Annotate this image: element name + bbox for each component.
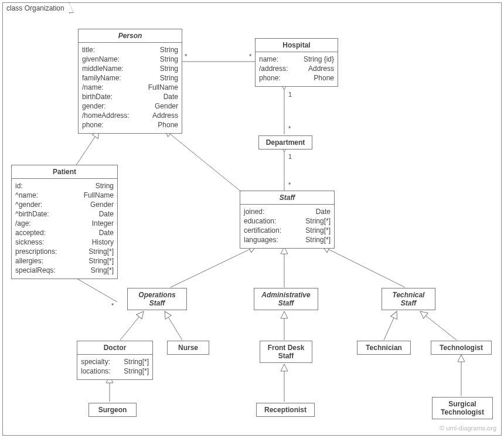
class-front-desk-staff: Front Desk Staff bbox=[260, 341, 312, 363]
attribute-row: prescriptions:String[*] bbox=[15, 247, 114, 256]
attribute-row: givenName:String bbox=[82, 55, 178, 64]
class-staff: Staff joined:Dateeducation:String[*]cert… bbox=[240, 191, 335, 249]
mult-person-hospital-right: * bbox=[249, 53, 251, 60]
attribute-row: accepted:Date bbox=[15, 228, 114, 237]
attribute-row: name:String {id} bbox=[259, 55, 334, 64]
class-operations-staff: Operations Staff bbox=[127, 288, 187, 310]
attribute-row: /age:Integer bbox=[15, 219, 114, 228]
mult-dept-staff-bot: * bbox=[288, 181, 291, 188]
frame-label: class Organization bbox=[2, 2, 70, 13]
attribute-row: phone:Phone bbox=[259, 73, 334, 83]
attribute-row: title:String bbox=[82, 45, 178, 55]
svg-line-4 bbox=[165, 130, 246, 195]
attribute-row: ^birthDate:Date bbox=[15, 209, 114, 219]
mult-dept-staff-top: 1 bbox=[288, 153, 292, 160]
class-doctor-attrs: specialty:String[*]locations:String[*] bbox=[77, 355, 152, 379]
diagram-frame: class Organization bbox=[2, 2, 502, 436]
mult-person-hospital-left: * bbox=[185, 53, 187, 60]
attribute-row: education:String[*] bbox=[244, 216, 331, 226]
class-technician: Technician bbox=[357, 341, 411, 355]
attribute-row: specialty:String[*] bbox=[81, 357, 149, 366]
svg-line-9 bbox=[165, 311, 182, 340]
class-surgical-technologist-name: Surgical Technologist bbox=[433, 398, 492, 419]
class-hospital-attrs: name:String {id}/address:Addressphone:Ph… bbox=[256, 52, 338, 86]
class-staff-attrs: joined:Dateeducation:String[*]certificat… bbox=[240, 205, 334, 248]
class-person-name: Person bbox=[79, 29, 182, 43]
attribute-row: /address:Address bbox=[259, 64, 334, 73]
attribute-row: certification:String[*] bbox=[244, 226, 331, 235]
svg-line-8 bbox=[120, 311, 144, 340]
class-patient-attrs: id:String^name:FullName^gender:Gender^bi… bbox=[12, 179, 117, 279]
attribute-row: middleName:String bbox=[82, 64, 178, 73]
class-administrative-staff: Administrative Staff bbox=[254, 288, 318, 310]
class-technologist-name: Technologist bbox=[431, 341, 491, 354]
class-doctor: Doctor specialty:String[*]locations:Stri… bbox=[77, 341, 153, 380]
svg-line-11 bbox=[384, 311, 397, 340]
class-receptionist: Receptionist bbox=[256, 403, 315, 417]
class-doctor-name: Doctor bbox=[77, 341, 152, 355]
class-department: Department bbox=[258, 135, 312, 150]
class-department-name: Department bbox=[259, 136, 312, 149]
svg-line-12 bbox=[420, 311, 457, 340]
attribute-row: familyName:String bbox=[82, 73, 178, 83]
attribute-row: phone:Phone bbox=[82, 120, 178, 130]
attribute-row: ^gender:Gender bbox=[15, 200, 114, 209]
attribute-row: locations:String[*] bbox=[81, 366, 149, 376]
class-operations-staff-name: Operations Staff bbox=[128, 288, 186, 310]
class-person: Person title:StringgivenName:Stringmiddl… bbox=[78, 29, 182, 134]
attribute-row: /homeAddress:Address bbox=[82, 111, 178, 120]
attribute-row: id:String bbox=[15, 181, 114, 191]
class-hospital: Hospital name:String {id}/address:Addres… bbox=[255, 38, 338, 87]
svg-line-7 bbox=[322, 246, 405, 287]
class-receptionist-name: Receptionist bbox=[257, 403, 314, 416]
class-surgical-technologist: Surgical Technologist bbox=[432, 397, 493, 419]
class-patient-name: Patient bbox=[12, 165, 117, 179]
class-administrative-staff-name: Administrative Staff bbox=[254, 288, 318, 310]
attribute-row: specialReqs:Sring[*] bbox=[15, 266, 114, 275]
attribute-row: languages:String[*] bbox=[244, 235, 331, 245]
mult-hosp-dept-bot: * bbox=[288, 125, 291, 132]
class-technologist: Technologist bbox=[431, 341, 492, 355]
attribute-row: joined:Date bbox=[244, 207, 331, 216]
attribute-row: birthDate:Date bbox=[82, 92, 178, 101]
class-technical-staff: Technical Staff bbox=[382, 288, 435, 310]
mult-patient-doc-right: * bbox=[111, 302, 114, 309]
class-surgeon-name: Surgeon bbox=[89, 403, 136, 416]
attribute-row: allergies:String[*] bbox=[15, 256, 114, 266]
class-surgeon: Surgeon bbox=[88, 403, 137, 417]
class-patient: Patient id:String^name:FullName^gender:G… bbox=[11, 165, 118, 279]
attribute-row: gender:Gender bbox=[82, 101, 178, 111]
class-technician-name: Technician bbox=[357, 341, 410, 354]
attribute-row: ^name:FullName bbox=[15, 191, 114, 200]
class-nurse-name: Nurse bbox=[168, 341, 209, 354]
class-hospital-name: Hospital bbox=[256, 39, 338, 52]
watermark: © uml-diagrams.org bbox=[440, 425, 496, 432]
mult-hosp-dept-top: 1 bbox=[288, 91, 292, 98]
svg-line-3 bbox=[76, 131, 99, 166]
svg-line-5 bbox=[171, 246, 256, 287]
attribute-row: /name:FullName bbox=[82, 83, 178, 92]
attribute-row: sickness:History bbox=[15, 237, 114, 247]
class-front-desk-staff-name: Front Desk Staff bbox=[260, 341, 312, 362]
frame-label-text: class Organization bbox=[6, 4, 64, 12]
class-nurse: Nurse bbox=[167, 341, 209, 355]
class-technical-staff-name: Technical Staff bbox=[382, 288, 435, 310]
class-staff-name: Staff bbox=[240, 191, 334, 205]
class-person-attrs: title:StringgivenName:StringmiddleName:S… bbox=[79, 43, 182, 133]
